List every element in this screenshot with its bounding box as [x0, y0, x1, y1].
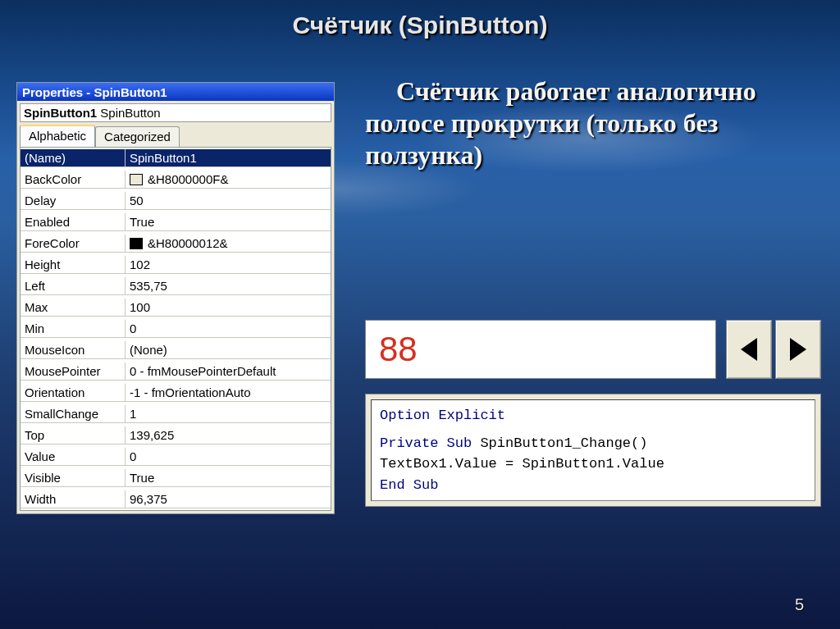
property-row[interactable]: Orientation-1 - fmOrientationAuto: [21, 382, 331, 403]
slide-title: Счётчик (SpinButton): [0, 11, 840, 39]
tab-categorized[interactable]: Categorized: [95, 126, 180, 147]
tab-row: Alphabetic Categorized: [20, 125, 331, 147]
property-value[interactable]: 1: [126, 405, 331, 423]
property-row[interactable]: Height102: [21, 254, 331, 276]
property-value[interactable]: SpinButton1: [126, 149, 331, 167]
property-row[interactable]: Width96,375: [21, 489, 331, 510]
property-name: Height: [21, 256, 126, 274]
property-row[interactable]: (Name)SpinButton1: [21, 148, 331, 169]
property-name: SmallChange: [21, 405, 126, 423]
property-name: Min: [21, 320, 126, 338]
tab-alphabetic[interactable]: Alphabetic: [20, 125, 95, 147]
property-name: Left: [21, 277, 126, 295]
spin-button-group: [726, 320, 821, 379]
property-name: ForeColor: [21, 235, 126, 253]
property-name: Max: [21, 299, 126, 317]
property-name: Top: [21, 426, 126, 444]
properties-titlebar: Properties - SpinButton1: [17, 83, 334, 101]
property-row[interactable]: EnabledTrue: [21, 212, 331, 233]
triangle-right-icon: [790, 338, 806, 361]
property-name: BackColor: [21, 171, 126, 189]
property-name: Enabled: [21, 213, 126, 231]
property-row[interactable]: Min0: [21, 318, 331, 340]
property-value[interactable]: 535,75: [126, 277, 331, 295]
property-name: Orientation: [21, 384, 126, 402]
object-name: SpinButton1: [24, 106, 97, 120]
slide-body-text: Счётчик работает аналогично полосе прокр…: [365, 75, 824, 171]
property-name: MouseIcon: [21, 341, 126, 359]
property-row[interactable]: MousePointer0 - fmMousePointerDefault: [21, 361, 331, 382]
color-swatch-icon: [130, 174, 143, 185]
properties-window: Properties - SpinButton1 SpinButton1 Spi…: [16, 82, 335, 514]
spin-up-button[interactable]: [775, 320, 821, 379]
property-row[interactable]: Left535,75: [21, 276, 331, 297]
property-value[interactable]: (None): [126, 341, 331, 359]
property-row[interactable]: Max100: [21, 297, 331, 318]
property-value[interactable]: &H80000012&: [126, 235, 331, 253]
property-name: Visible: [21, 469, 126, 487]
code-panel: Option Explicit Private Sub SpinButton1_…: [365, 394, 821, 507]
property-row[interactable]: Top139,625: [21, 425, 331, 446]
property-row[interactable]: Value0: [21, 446, 331, 467]
property-value[interactable]: -1 - fmOrientationAuto: [126, 384, 331, 402]
property-value[interactable]: 0: [126, 320, 331, 338]
property-row[interactable]: MouseIcon(None): [21, 340, 331, 361]
property-name: Delay: [21, 192, 126, 210]
property-value[interactable]: 102: [126, 256, 331, 274]
property-value[interactable]: True: [126, 213, 331, 231]
property-row[interactable]: BackColor&H8000000F&: [21, 169, 331, 190]
property-name: (Name): [21, 149, 126, 167]
property-row[interactable]: VisibleTrue: [21, 467, 331, 489]
property-value[interactable]: 50: [126, 192, 331, 210]
property-value[interactable]: True: [126, 469, 331, 487]
property-name: MousePointer: [21, 362, 126, 381]
property-row[interactable]: Delay50: [21, 190, 331, 212]
property-value[interactable]: &H8000000F&: [126, 171, 331, 189]
spin-down-button[interactable]: [726, 320, 772, 379]
triangle-left-icon: [741, 338, 757, 361]
property-value[interactable]: 96,375: [126, 490, 331, 508]
property-value[interactable]: 139,625: [126, 426, 331, 444]
property-row[interactable]: SmallChange1: [21, 403, 331, 425]
page-number: 5: [795, 595, 804, 614]
property-value[interactable]: 0 - fmMousePointerDefault: [126, 362, 331, 381]
property-name: Width: [21, 490, 126, 508]
object-selector[interactable]: SpinButton1 SpinButton: [20, 103, 331, 122]
textbox-value[interactable]: 88: [365, 320, 716, 379]
properties-grid: (Name)SpinButton1BackColor&H8000000F&Del…: [20, 147, 331, 511]
spin-demo: 88: [365, 320, 823, 379]
property-value[interactable]: 0: [126, 448, 331, 466]
color-swatch-icon: [130, 238, 143, 249]
property-name: Value: [21, 448, 126, 466]
property-row[interactable]: ForeColor&H80000012&: [21, 233, 331, 254]
code-text: Option Explicit Private Sub SpinButton1_…: [371, 399, 815, 501]
property-value[interactable]: 100: [126, 299, 331, 317]
